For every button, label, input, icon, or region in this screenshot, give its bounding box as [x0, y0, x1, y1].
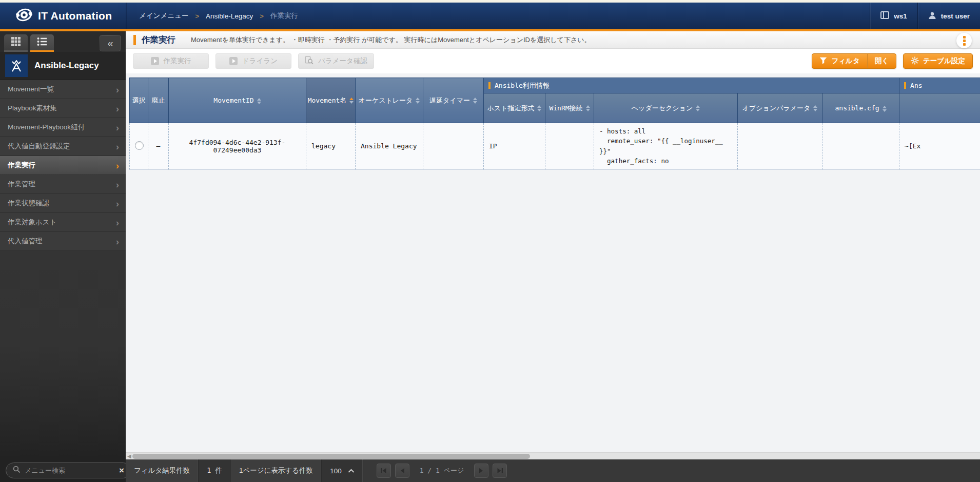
sidebar-item-operation-management[interactable]: 作業管理› [0, 175, 126, 194]
filter-button[interactable]: フィルタ [812, 54, 867, 68]
column-header-winrm[interactable]: WinRM接続 [545, 93, 594, 123]
row-winrm-cell [545, 123, 594, 170]
breadcrumb-ansible-legacy[interactable]: Ansible-Legacy [206, 12, 253, 20]
sidebar-empty-area [0, 251, 126, 458]
breadcrumb-current-page: 作業実行 [270, 11, 298, 21]
topbar-right: ws1 test user [870, 3, 980, 29]
chevron-right-icon: › [116, 180, 119, 189]
movement-table: 選択 廃止 MovementID Movement名 オーケストレータ 遅延タイ… [129, 78, 980, 170]
sort-icon [257, 98, 261, 104]
column-header-orchestrator[interactable]: オーケストレータ [356, 78, 423, 123]
chevron-right-icon: › [116, 123, 119, 132]
column-header-select: 選択 [130, 78, 148, 123]
table-settings-button[interactable]: テーブル設定 [903, 53, 973, 69]
sort-asc-icon [349, 98, 354, 104]
content-panel: 作業実行 ドライラン パラメータ確認 [126, 49, 980, 482]
breadcrumb-separator-icon: > [260, 12, 264, 20]
magnifier-document-icon [305, 56, 313, 66]
tab-menu-list[interactable] [30, 34, 54, 52]
breadcrumb: メインメニュー > Ansible-Legacy > 作業実行 [139, 3, 298, 29]
sort-icon [813, 105, 817, 111]
first-page-icon [380, 468, 387, 474]
user-menu[interactable]: test user [917, 3, 980, 29]
row-ansible-cfg-cell [822, 123, 899, 170]
sidebar-item-substitution-auto-register[interactable]: 代入値自動登録設定› [0, 137, 126, 156]
row-movement-name-cell: legacy [306, 123, 356, 170]
play-icon [151, 57, 159, 65]
sidebar-search-area: × [0, 458, 126, 482]
row-host-format-cell: IP [484, 123, 545, 170]
table-footer: フィルタ結果件数 1 件 1ページに表示する件数 100 [126, 459, 980, 482]
app-brand[interactable]: IT Automation [0, 3, 126, 29]
grid-icon [11, 36, 21, 49]
row-discard-cell: — [148, 123, 169, 170]
filter-open-button[interactable]: 開く [867, 54, 896, 68]
ansible-legacy-icon [5, 54, 28, 77]
page-header: 作業実行 Movementを単体実行できます。 ・即時実行 ・予約実行 が可能で… [126, 31, 980, 49]
column-header-offscreen [899, 93, 980, 123]
row-truncated-cell: ~[Ex [899, 123, 980, 170]
sidebar-item-execute[interactable]: 作業実行› [0, 156, 126, 175]
next-page-icon [479, 468, 484, 474]
chevron-right-icon: › [116, 142, 119, 151]
main-area: 作業実行 Movementを単体実行できます。 ・即時実行 ・予約実行 が可能で… [126, 31, 980, 482]
prev-page-button[interactable] [395, 464, 409, 478]
breadcrumb-main-menu[interactable]: メインメニュー [139, 11, 188, 21]
last-page-button[interactable] [493, 464, 507, 478]
filter-result-label: フィルタ結果件数 [126, 459, 199, 482]
horizontal-scrollbar[interactable]: ◀ [126, 452, 980, 459]
kebab-menu-icon[interactable] [956, 33, 972, 48]
sidebar-item-movement-list[interactable]: Movement一覧› [0, 80, 126, 99]
sidebar-tabs: « [0, 31, 126, 52]
sidebar-item-substitution-management[interactable]: 代入値管理› [0, 232, 126, 251]
page-size-select[interactable]: 100 [322, 459, 363, 482]
play-icon [229, 57, 238, 65]
column-header-movement-id[interactable]: MovementID [169, 78, 306, 123]
execute-button[interactable]: 作業実行 [133, 53, 209, 69]
first-page-button[interactable] [377, 464, 391, 478]
chevron-right-icon: › [116, 237, 119, 246]
tab-menu-grid[interactable] [4, 34, 28, 52]
workspace-switcher[interactable]: ws1 [870, 3, 917, 29]
page-indicator: 1 / 1 ページ [420, 466, 464, 475]
column-header-header-section[interactable]: ヘッダーセクション [594, 93, 738, 123]
sidebar-item-target-host[interactable]: 作業対象ホスト› [0, 213, 126, 232]
page-size-label: 1ページに表示する件数 [231, 459, 322, 482]
row-orchestrator-cell: Ansible Legacy [356, 123, 423, 170]
sidebar-collapse-button[interactable]: « [100, 35, 121, 51]
scroll-left-icon[interactable]: ◀ [127, 453, 131, 460]
app-logo-icon [15, 6, 33, 26]
chevron-right-icon: › [116, 218, 119, 227]
radio-button[interactable] [135, 141, 144, 150]
group-tick-icon [904, 82, 906, 89]
workspace-name: ws1 [894, 12, 907, 20]
column-header-movement-name[interactable]: Movement名 [306, 78, 356, 123]
sidebar-menu: Movement一覧› Playbook素材集› Movement-Playbo… [0, 80, 126, 251]
page-title-accent [133, 35, 136, 45]
sidebar-item-playbook-files[interactable]: Playbook素材集› [0, 99, 126, 118]
group-header-truncated: Ans [899, 78, 980, 93]
page-description: Movementを単体実行できます。 ・即時実行 ・予約実行 が可能です。 実行… [191, 35, 591, 45]
menu-search-input[interactable] [25, 467, 115, 474]
column-header-host-format[interactable]: ホスト指定形式 [484, 93, 545, 123]
parameter-check-button[interactable]: パラメータ確認 [298, 53, 374, 69]
filter-result-count: 1 件 [199, 459, 231, 482]
column-header-option-params[interactable]: オプションパラメータ [738, 93, 822, 123]
topbar-divider [126, 3, 127, 29]
menu-search-box[interactable]: × [6, 462, 131, 478]
clear-search-icon[interactable]: × [119, 466, 124, 475]
group-header-ansible-info: Ansible利用情報 [484, 78, 899, 93]
column-header-ansible-cfg[interactable]: ansible.cfg [822, 93, 899, 123]
table-viewport: 選択 廃止 MovementID Movement名 オーケストレータ 遅延タイ… [126, 73, 980, 452]
scrollbar-thumb[interactable] [132, 454, 530, 459]
chevron-right-icon: › [116, 199, 119, 208]
dry-run-button[interactable]: ドライラン [215, 53, 291, 69]
sidebar-item-operation-status[interactable]: 作業状態確認› [0, 194, 126, 213]
column-header-delay-timer[interactable]: 遅延タイマー [423, 78, 484, 123]
next-page-button[interactable] [474, 464, 488, 478]
page-title: 作業実行 [142, 34, 175, 46]
row-option-params-cell [738, 123, 822, 170]
sidebar-item-movement-playbook-link[interactable]: Movement-Playbook紐付› [0, 118, 126, 137]
sidebar-group-title: Ansible-Legacy [34, 61, 99, 71]
sidebar-menu-header: Ansible-Legacy [0, 52, 126, 80]
